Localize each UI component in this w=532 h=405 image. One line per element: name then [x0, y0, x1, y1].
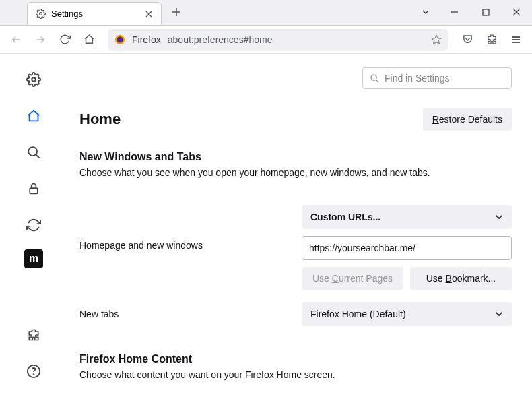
svg-point-3	[117, 36, 123, 42]
newtabs-dropdown-value: Firefox Home (Default)	[310, 309, 406, 319]
section-new-windows-title: New Windows and Tabs	[79, 151, 512, 163]
svg-point-10	[371, 75, 376, 80]
sidebar-item-privacy[interactable]	[22, 177, 46, 201]
sidebar-item-help[interactable]	[22, 359, 46, 383]
tabs-dropdown-button[interactable]	[412, 0, 439, 25]
svg-rect-7	[30, 188, 38, 193]
find-placeholder: Find in Settings	[385, 73, 450, 84]
svg-point-5	[32, 77, 36, 82]
section-home-content-desc: Choose what content you want on your Fir…	[79, 369, 512, 380]
home-button[interactable]	[78, 29, 100, 51]
svg-point-6	[28, 147, 37, 156]
section-home-content-title: Firefox Home Content	[79, 353, 512, 365]
sidebar-item-general[interactable]	[22, 67, 46, 92]
page-title: Home	[79, 111, 121, 128]
sidebar-item-sync[interactable]	[22, 213, 46, 237]
forward-button[interactable]	[30, 29, 51, 51]
bookmark-star-icon[interactable]	[431, 34, 442, 45]
svg-marker-4	[432, 35, 440, 44]
main-content: Find in Settings Home Restore Defaults N…	[67, 54, 532, 405]
sidebar-item-mozilla[interactable]: m	[24, 249, 43, 268]
section-new-windows-desc: Choose what you see when you open your h…	[79, 167, 512, 178]
sidebar: m	[0, 54, 67, 405]
extensions-button[interactable]	[481, 29, 502, 51]
window-controls	[412, 0, 532, 25]
svg-point-9	[34, 374, 34, 375]
svg-point-0	[40, 13, 42, 15]
newtabs-label: New tabs	[79, 309, 302, 319]
firefox-icon	[114, 34, 125, 45]
toolbar: Firefox about:preferences#home	[0, 26, 532, 54]
pocket-button[interactable]	[457, 29, 478, 51]
sidebar-item-search[interactable]	[22, 140, 46, 164]
url-text: about:preferences#home	[168, 34, 424, 45]
new-tab-button[interactable]	[167, 3, 186, 22]
tab-settings[interactable]: Settings	[27, 2, 162, 25]
use-bookmark-button[interactable]: Use Bookmark...	[410, 267, 512, 290]
close-window-button[interactable]	[501, 0, 532, 25]
svg-rect-1	[483, 9, 489, 15]
tab-title: Settings	[51, 9, 83, 19]
search-icon	[370, 73, 379, 83]
homepage-url-input[interactable]	[302, 236, 512, 260]
titlebar: Settings	[0, 0, 532, 26]
homepage-dropdown[interactable]: Custom URLs...	[302, 205, 512, 229]
maximize-button[interactable]	[470, 0, 501, 25]
close-icon[interactable]	[145, 10, 153, 18]
chevron-down-icon	[495, 310, 503, 318]
content: m Find in Settings Home Restore Defaults…	[0, 54, 532, 405]
restore-defaults-button[interactable]: Restore Defaults	[423, 108, 512, 131]
homepage-dropdown-value: Custom URLs...	[310, 212, 380, 222]
brand-label: Firefox	[132, 34, 161, 45]
back-button[interactable]	[5, 29, 27, 51]
url-bar[interactable]: Firefox about:preferences#home	[108, 29, 448, 51]
sidebar-item-extensions[interactable]	[22, 323, 46, 347]
find-in-settings-input[interactable]: Find in Settings	[362, 67, 512, 89]
chevron-down-icon	[495, 213, 503, 221]
tabstrip: Settings	[0, 0, 186, 25]
homepage-label: Homepage and new windows	[79, 205, 302, 251]
newtabs-dropdown[interactable]: Firefox Home (Default)	[302, 302, 512, 326]
sidebar-item-home[interactable]	[22, 104, 46, 128]
reload-button[interactable]	[54, 29, 75, 51]
menu-button[interactable]	[505, 29, 527, 51]
gear-icon	[36, 9, 46, 19]
use-current-pages-button[interactable]: Use Current Pages	[302, 267, 403, 290]
minimize-button[interactable]	[439, 0, 470, 25]
